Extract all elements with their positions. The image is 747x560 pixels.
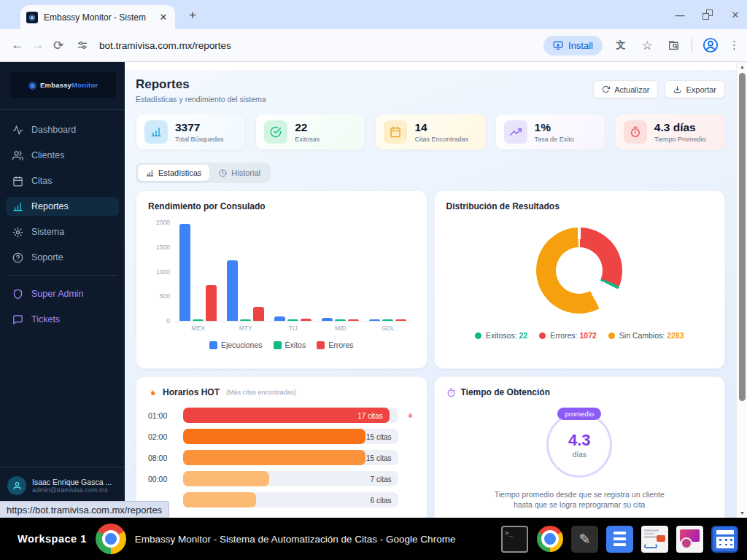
tray-image-viewer-icon[interactable] (676, 526, 703, 553)
screen: ◉ Embassy Monitor - Sistem ✕ + — ✕ ← → ⟳… (0, 0, 747, 560)
donut-legend: Exitosos: 22 Errores: 1072 Sin Cambios: … (446, 331, 713, 340)
install-button[interactable]: Install (543, 36, 603, 55)
sidebar-item-clientes[interactable]: Clientes (6, 146, 119, 165)
panel-rendimiento: Rendimiento por Consulado 05001000150020… (136, 190, 427, 369)
page-content: ◉ EmbassyMonitor Dashboard Clientes Cita… (0, 62, 747, 518)
tray-file-cabinet-icon[interactable] (606, 526, 633, 553)
page-top-strip (125, 62, 747, 70)
sidebar-item-tickets[interactable]: Tickets (6, 310, 119, 329)
sidebar-item-label: Dashboard (31, 125, 76, 135)
back-button[interactable]: ← (7, 35, 28, 55)
donut-chart-title: Distribución de Resultados (446, 201, 713, 211)
sidebar: ◉ EmbassyMonitor Dashboard Clientes Cita… (0, 62, 125, 518)
sidebar-item-soporte[interactable]: Soporte (6, 248, 119, 267)
panel-tiempo: Tiempo de Obtención promedio 4.3 días Ti… (434, 376, 726, 518)
user-row[interactable]: Isaac Enrique Gasca ... admin@tramivisa.… (7, 476, 117, 495)
hot-bar-track: 15 citas (183, 429, 398, 444)
bar-exitos-mex (193, 319, 204, 321)
sidebar-item-super-admin[interactable]: Super Admin (6, 284, 119, 303)
bar-ejecuciones-gdl (369, 319, 380, 321)
flame-icon (406, 411, 415, 420)
workspace-label[interactable]: Workspace 1 (18, 533, 87, 545)
hot-count-label: 15 citas (366, 432, 391, 440)
legend-dot (475, 332, 481, 339)
export-button[interactable]: Exportar (665, 80, 725, 98)
search-tabs-icon[interactable] (665, 37, 681, 53)
calendar-icon (12, 176, 23, 187)
bar-errores-mty (253, 307, 264, 321)
tab-historial[interactable]: Historial (211, 165, 268, 181)
chrome-icon[interactable] (96, 524, 126, 554)
hot-hour-label: 02:00 (148, 432, 176, 441)
sidebar-item-dashboard[interactable]: Dashboard (6, 120, 119, 139)
scrollbar-thumb[interactable] (739, 73, 746, 401)
y-tick: 0 (166, 317, 170, 324)
sidebar-item-label: Reportes (31, 201, 69, 211)
profile-icon[interactable] (703, 37, 719, 53)
reload-button[interactable]: ⟳ (48, 35, 69, 55)
brand-logo[interactable]: ◉ EmbassyMonitor (10, 71, 116, 98)
bookmark-star-icon[interactable]: ☆ (639, 37, 655, 53)
stat-card-2: 22 Exitosas (255, 114, 365, 150)
shield-icon (12, 289, 23, 300)
stat-label: Exitosas (295, 136, 320, 143)
bar-chart-icon (146, 169, 154, 177)
eye-logo-icon: ◉ (28, 79, 36, 90)
hot-bar-track: 6 citas (183, 492, 398, 508)
taskbar-window-title[interactable]: Embassy Monitor - Sistema de Automatizac… (135, 534, 456, 545)
site-info-icon[interactable] (73, 36, 92, 55)
browser-tab[interactable]: ◉ Embassy Monitor - Sistem ✕ (20, 5, 175, 29)
url-text[interactable]: bot.tramivisa.com.mx/reportes (99, 40, 231, 51)
browser-toolbar: ← → ⟳ bot.tramivisa.com.mx/reportes Inst… (0, 29, 747, 62)
legend-dot (608, 332, 615, 339)
hot-hours-rows: 01:00 17 citas 02:00 15 citas 08:00 15 c… (148, 408, 415, 508)
stat-label: Citas Encontradas (414, 136, 468, 143)
tab-close-icon[interactable]: ✕ (158, 12, 169, 23)
stat-card-5: 4.3 días Tiempo Promedio (615, 114, 725, 150)
page-scrollbar[interactable]: ▲ ▼ (736, 62, 747, 518)
scrollbar-down-arrow[interactable]: ▼ (737, 508, 747, 518)
new-tab-button[interactable]: + (184, 7, 201, 24)
bar-exitos-mty (240, 319, 251, 321)
tray-text-editor-icon[interactable]: ✎ (571, 526, 598, 553)
tray-terminal-icon[interactable]: >_ (501, 526, 528, 553)
x-label: MID (322, 324, 359, 332)
tray-calculator-icon[interactable] (711, 526, 738, 553)
legend-swatch (317, 341, 325, 349)
tab-estadisticas[interactable]: Estadísticas (138, 165, 209, 181)
sidebar-item-reportes[interactable]: Reportes (6, 197, 119, 216)
stat-label: Tiempo Promedio (654, 136, 706, 143)
sidebar-admin-nav: Super Admin Tickets (0, 284, 125, 335)
os-taskbar: Workspace 1 Embassy Monitor - Sistema de… (0, 518, 747, 560)
restore-button[interactable] (702, 9, 713, 20)
bar-chart-legend: EjecucionesÉxitosErrores (148, 341, 415, 349)
tiempo-unit: días (573, 451, 587, 459)
hot-hour-label: 08:00 (148, 454, 176, 462)
donut-legend-item: Errores: 1072 (539, 331, 597, 340)
tray-chrome-icon[interactable] (536, 526, 563, 553)
panel-horarios-hot: Horarios HOT (Más citas encontradas) 01:… (136, 376, 427, 518)
omnibox[interactable]: bot.tramivisa.com.mx/reportes Install 文 … (73, 33, 740, 58)
sidebar-item-sistema[interactable]: Sistema (6, 222, 119, 241)
favicon-eye-icon: ◉ (26, 12, 38, 23)
sidebar-item-citas[interactable]: Citas (6, 171, 119, 190)
legend-item: Ejecuciones (209, 341, 263, 349)
gear-icon (12, 227, 23, 238)
minimize-button[interactable]: — (674, 9, 686, 20)
users-icon (12, 150, 23, 161)
brand-name-1: Embassy (40, 81, 71, 89)
refresh-button[interactable]: Actualizar (593, 80, 658, 98)
forward-button[interactable]: → (28, 35, 48, 55)
hot-bar (183, 450, 365, 465)
bar-exitos-gdl (382, 319, 393, 321)
donut-legend-item: Exitosos: 22 (475, 331, 527, 340)
refresh-label: Actualizar (614, 85, 649, 94)
bar-chart-icon (144, 120, 168, 144)
main-area: Reportes Estadísticas y rendimiento del … (125, 62, 747, 518)
close-window-button[interactable]: ✕ (729, 9, 741, 20)
scrollbar-up-arrow[interactable]: ▲ (737, 62, 747, 71)
translate-icon[interactable]: 文 (613, 37, 629, 53)
bar-group-tij (274, 316, 311, 321)
menu-kebab-icon[interactable]: ⋮ (729, 39, 740, 52)
tray-document-viewer-icon[interactable] (641, 526, 668, 553)
